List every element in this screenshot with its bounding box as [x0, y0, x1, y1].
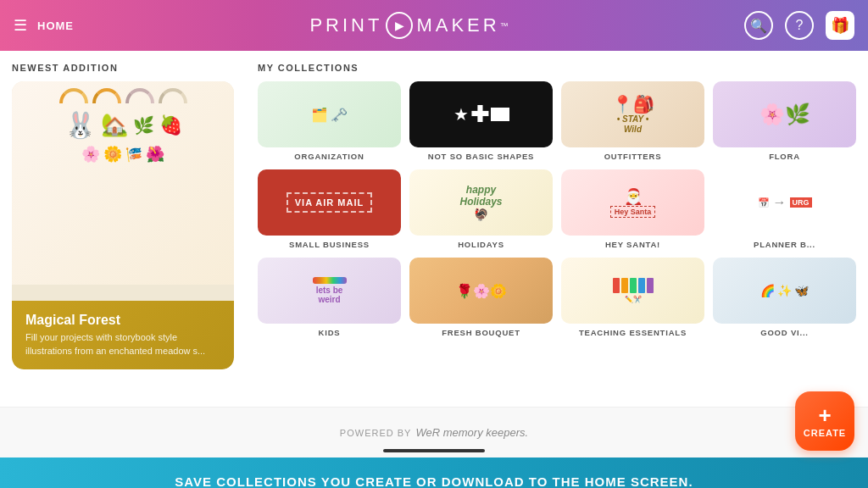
logo-tm: ™ [500, 21, 509, 30]
planner-name: PLANNER B... [713, 240, 856, 249]
teaching-name: TEACHING ESSENTIALS [561, 328, 704, 337]
collection-kids[interactable]: lets beweird KIDS [258, 258, 401, 337]
flower3-icon: 🌺 [146, 145, 164, 164]
shapes-thumb: ★ ✚ [409, 81, 553, 147]
right-panel: MY COLLECTIONS 🗂️🗝️ ORGANIZATION ★ ✚ [246, 51, 868, 407]
powered-brand-text: WeR memory keepers. [415, 426, 528, 439]
flower2-icon: 🌼 [103, 145, 122, 164]
strawberry-icon: 🍓 [159, 114, 182, 136]
heysanta-thumb: 🎅 Hey Santa [561, 169, 704, 236]
create-label: CREATE [804, 428, 846, 438]
collection-flora[interactable]: 🌸🌿 FLORA [713, 81, 856, 161]
planner-thumb: 📅 → URG [713, 169, 856, 236]
newest-card[interactable]: 🐰 🏡 🌿 🍓 🌸 🌼 🎏 🌺 Magical Forest [12, 81, 234, 369]
smallbiz-thumb: VIA AIR MAIL [258, 169, 401, 236]
flags-icon: 🎏 [125, 147, 142, 163]
header: ☰ HOME PRINT ▶ MAKER ™ 🔍 ? 🎁 [0, 0, 868, 51]
collection-goodvibes[interactable]: 🌈✨🦋 GOOD VI... [713, 258, 856, 337]
goodvibes-thumb: 🌈✨🦋 [713, 258, 856, 324]
collections-grid: 🗂️🗝️ ORGANIZATION ★ ✚ NOT SO BASIC SHAPE… [258, 81, 856, 337]
flora-thumb: 🌸🌿 [713, 81, 856, 147]
org-thumb: 🗂️🗝️ [258, 81, 401, 147]
powered-by-text: POWERED BY [340, 428, 412, 438]
collection-shapes[interactable]: ★ ✚ NOT SO BASIC SHAPES [409, 81, 553, 161]
newest-addition-label: NEWEST ADDITION [12, 63, 234, 73]
gift-icon[interactable]: 🎁 [826, 11, 854, 40]
smallbiz-name: SMALL BUSINESS [258, 240, 401, 249]
newest-card-info: Magical Forest Fill your projects with s… [12, 301, 234, 369]
logo-print: PRINT [309, 14, 382, 36]
logo-maker: MAKER [416, 14, 499, 36]
kids-thumb: lets beweird [258, 258, 401, 324]
holidays-thumb: happyHolidays 🦃 [409, 169, 553, 236]
collection-teaching[interactable]: ✏️✂️ TEACHING ESSENTIALS [561, 258, 704, 337]
tree-icon: 🌿 [133, 115, 154, 136]
flora-name: FLORA [713, 152, 856, 161]
collections-label: MY COLLECTIONS [258, 63, 856, 73]
scroll-indicator [383, 449, 485, 452]
kids-name: KIDS [258, 328, 401, 337]
outfitters-thumb: 📍🎒 • STAY •Wild [561, 81, 704, 147]
collection-outfitters[interactable]: 📍🎒 • STAY •Wild OUTFITTERS [561, 81, 704, 161]
bouquet-name: FRESH BOUQUET [409, 328, 553, 337]
shape-icons: ★ ✚ [453, 102, 509, 128]
heysanta-name: HEY SANTA! [561, 240, 704, 249]
left-panel: NEWEST ADDITION 🐰 🏡 🌿 [0, 51, 246, 407]
flower-icon: 🌸 [81, 145, 100, 164]
bottom-banner-text: SAVE COLLECTIONS YOU CREATE OR DOWNLOAD … [175, 474, 693, 489]
create-button[interactable]: + CREATE [795, 391, 854, 451]
collection-bouquet[interactable]: 🌹🌸🌼 FRESH BOUQUET [409, 258, 553, 337]
collection-heysanta[interactable]: 🎅 Hey Santa HEY SANTA! [561, 169, 704, 249]
home-label[interactable]: HOME [37, 19, 74, 32]
header-center: PRINT ▶ MAKER ™ [309, 12, 508, 39]
bouquet-thumb: 🌹🌸🌼 [409, 258, 553, 324]
header-left: ☰ HOME [14, 16, 74, 35]
collection-organization[interactable]: 🗂️🗝️ ORGANIZATION [258, 81, 401, 161]
help-icon[interactable]: ? [785, 11, 814, 40]
bunny-icon: 🐰 [64, 110, 96, 140]
house-icon: 🏡 [101, 112, 128, 138]
bottom-banner: SAVE COLLECTIONS YOU CREATE OR DOWNLOAD … [0, 458, 868, 488]
collection-holidays[interactable]: happyHolidays 🦃 HOLIDAYS [409, 169, 553, 249]
newest-card-image: 🐰 🏡 🌿 🍓 🌸 🌼 🎏 🌺 [12, 81, 234, 285]
newest-card-title: Magical Forest [25, 313, 220, 328]
outfitters-name: OUTFITTERS [561, 152, 704, 161]
search-icon[interactable]: 🔍 [744, 11, 773, 40]
logo-play-icon: ▶ [386, 12, 413, 39]
newest-card-desc: Fill your projects with storybook style … [25, 331, 220, 358]
teaching-thumb: ✏️✂️ [561, 258, 704, 324]
main-content: NEWEST ADDITION 🐰 🏡 🌿 [0, 51, 868, 407]
header-right: 🔍 ? 🎁 [744, 11, 854, 40]
holidays-name: HOLIDAYS [409, 240, 553, 249]
create-plus-icon: + [818, 404, 831, 426]
org-name: ORGANIZATION [258, 152, 401, 161]
shapes-name: NOT SO BASIC SHAPES [409, 152, 553, 161]
menu-icon[interactable]: ☰ [14, 16, 27, 35]
goodvibes-name: GOOD VI... [713, 328, 856, 337]
footer-bar: POWERED BY WeR memory keepers. + CREATE [0, 407, 868, 458]
collection-planner[interactable]: 📅 → URG PLANNER B... [713, 169, 856, 249]
collection-smallbiz[interactable]: VIA AIR MAIL SMALL BUSINESS [258, 169, 401, 249]
